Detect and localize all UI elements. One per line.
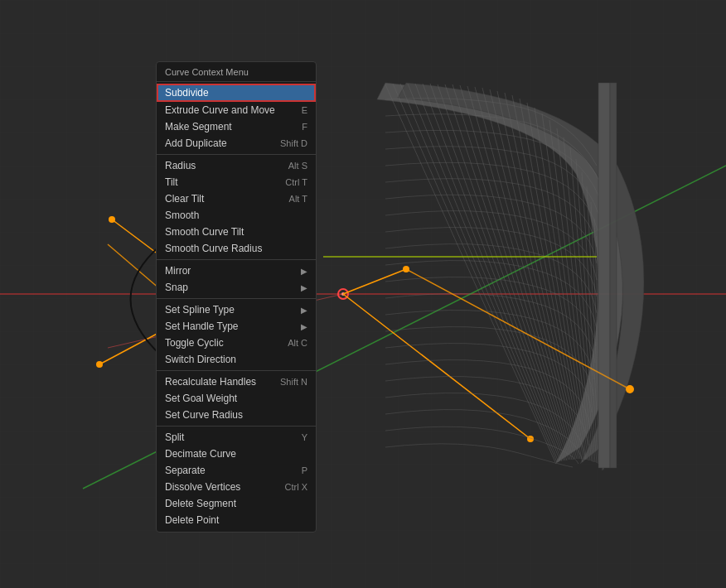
- svg-line-44: [576, 159, 598, 464]
- svg-line-18: [385, 84, 555, 462]
- menu-item-set-goal-weight[interactable]: Set Goal Weight: [157, 390, 316, 407]
- menu-shortcut: E: [302, 105, 307, 115]
- svg-point-8: [109, 216, 115, 223]
- menu-item-toggle-cyclic[interactable]: Toggle CyclicAlt C: [157, 335, 316, 351]
- menu-item-smooth-curve-radius[interactable]: Smooth Curve Radius: [157, 240, 316, 257]
- menu-item-label: Toggle Cyclic: [165, 337, 224, 349]
- scene-svg: [0, 0, 726, 588]
- menu-shortcut: Ctrl T: [285, 177, 307, 187]
- menu-separator: [157, 154, 316, 155]
- svg-line-29: [467, 86, 574, 460]
- menu-item-extrude-curve[interactable]: Extrude Curve and MoveE: [157, 102, 316, 118]
- menu-item-tilt[interactable]: TiltCtrl T: [157, 174, 316, 190]
- svg-line-28: [460, 85, 572, 460]
- menu-item-make-segment[interactable]: Make SegmentF: [157, 118, 316, 135]
- menu-shortcut: Alt S: [288, 161, 307, 171]
- svg-line-30: [475, 87, 575, 459]
- menu-item-set-handle-type[interactable]: Set Handle Type▶: [157, 318, 316, 335]
- menu-item-switch-direction[interactable]: Switch Direction: [157, 351, 316, 368]
- menu-shortcut: Ctrl X: [285, 482, 308, 492]
- menu-item-label: Dissolve Vertices: [165, 481, 240, 493]
- menu-item-radius[interactable]: RadiusAlt S: [157, 157, 316, 174]
- menu-item-label: Set Spline Type: [165, 304, 235, 316]
- svg-line-38: [535, 108, 588, 460]
- viewport: [0, 0, 726, 588]
- svg-rect-54: [610, 83, 617, 468]
- menu-item-smooth[interactable]: Smooth: [157, 207, 316, 224]
- svg-point-12: [341, 292, 345, 296]
- svg-line-34: [505, 93, 582, 459]
- menu-shortcut: Y: [302, 432, 307, 442]
- menu-item-label: Set Curve Radius: [165, 409, 243, 421]
- svg-point-16: [627, 386, 633, 393]
- menu-item-decimate-curve[interactable]: Decimate Curve: [157, 446, 316, 462]
- menu-item-set-curve-radius[interactable]: Set Curve Radius: [157, 407, 316, 423]
- menu-item-label: Delete Segment: [165, 498, 236, 509]
- menu-item-clear-tilt[interactable]: Clear TiltAlt T: [157, 190, 316, 207]
- menu-item-delete-point[interactable]: Delete Point: [157, 512, 316, 528]
- menu-item-mirror[interactable]: Mirror▶: [157, 263, 316, 279]
- svg-line-37: [527, 103, 587, 460]
- svg-line-15: [343, 269, 406, 294]
- menu-item-split[interactable]: SplitY: [157, 429, 316, 446]
- svg-line-42: [564, 137, 595, 462]
- context-menu: Curve Context Menu SubdivideExtrude Curv…: [156, 61, 317, 533]
- menu-item-snap[interactable]: Snap▶: [157, 279, 316, 296]
- menu-item-label: Set Goal Weight: [165, 393, 237, 404]
- svg-line-50: [598, 254, 603, 469]
- svg-line-22: [415, 84, 562, 461]
- svg-line-49: [597, 236, 603, 468]
- svg-line-9: [99, 331, 162, 364]
- menu-item-label: Mirror: [165, 265, 191, 277]
- svg-line-35: [512, 95, 583, 459]
- svg-line-47: [591, 202, 603, 466]
- svg-point-57: [626, 385, 634, 393]
- submenu-arrow-icon: ▶: [301, 306, 307, 315]
- menu-item-label: Split: [165, 431, 184, 443]
- menu-item-label: Subdivide: [165, 87, 209, 99]
- svg-line-40: [549, 120, 592, 461]
- svg-line-36: [520, 99, 585, 460]
- menu-shortcut: Alt T: [289, 194, 307, 204]
- svg-line-24: [430, 84, 565, 460]
- svg-line-32: [490, 89, 578, 459]
- svg-line-58: [406, 269, 630, 389]
- svg-point-10: [96, 361, 103, 368]
- menu-item-smooth-curve-tilt[interactable]: Smooth Curve Tilt: [157, 224, 316, 240]
- svg-line-43: [570, 147, 597, 463]
- menu-item-label: Recalculate Handles: [165, 376, 256, 388]
- menu-item-label: Smooth Curve Radius: [165, 243, 262, 254]
- svg-line-13: [343, 294, 530, 439]
- menu-item-label: Delete Point: [165, 514, 219, 526]
- svg-line-25: [438, 84, 567, 460]
- svg-rect-53: [598, 83, 610, 468]
- menu-items-container: SubdivideExtrude Curve and MoveEMake Seg…: [157, 84, 316, 528]
- menu-item-label: Decimate Curve: [165, 448, 236, 460]
- menu-item-add-duplicate[interactable]: Add DuplicateShift D: [157, 135, 316, 152]
- svg-line-7: [112, 219, 162, 257]
- menu-shortcut: Shift N: [280, 377, 307, 387]
- svg-point-56: [403, 266, 409, 272]
- menu-separator: [157, 370, 316, 371]
- menu-separator: [157, 426, 316, 427]
- svg-line-41: [557, 128, 593, 462]
- menu-item-label: Tilt: [165, 176, 178, 188]
- menu-item-label: Add Duplicate: [165, 137, 227, 149]
- menu-item-delete-segment[interactable]: Delete Segment: [157, 495, 316, 512]
- submenu-arrow-icon: ▶: [301, 267, 307, 276]
- menu-item-set-spline-type[interactable]: Set Spline Type▶: [157, 301, 316, 318]
- menu-item-dissolve-vertices[interactable]: Dissolve VerticesCtrl X: [157, 479, 316, 495]
- svg-line-46: [587, 186, 602, 465]
- menu-item-recalculate-handles[interactable]: Recalculate HandlesShift N: [157, 374, 316, 390]
- menu-shortcut: Alt C: [288, 338, 307, 348]
- menu-item-separate[interactable]: SeparateP: [157, 462, 316, 479]
- menu-item-label: Extrude Curve and Move: [165, 104, 275, 116]
- menu-item-label: Radius: [165, 160, 196, 171]
- submenu-arrow-icon: ▶: [301, 322, 307, 331]
- menu-item-label: Separate: [165, 465, 206, 476]
- menu-item-label: Make Segment: [165, 121, 232, 133]
- menu-item-label: Switch Direction: [165, 354, 236, 365]
- menu-item-subdivide[interactable]: Subdivide: [157, 84, 316, 102]
- svg-line-51: [599, 273, 603, 470]
- svg-line-48: [594, 219, 603, 467]
